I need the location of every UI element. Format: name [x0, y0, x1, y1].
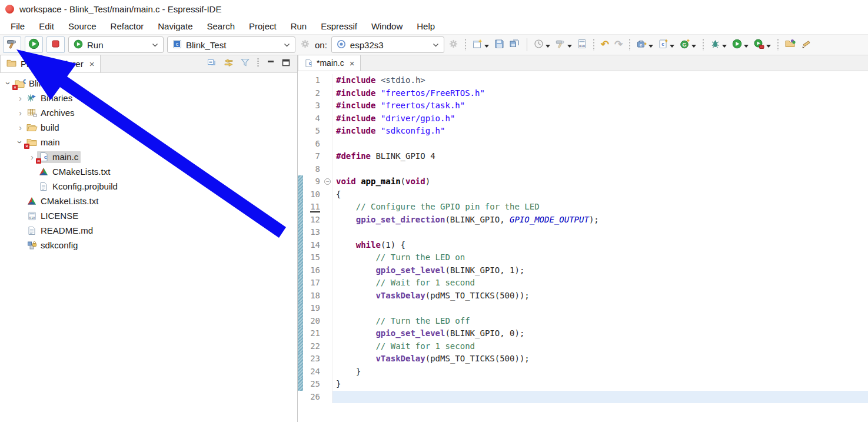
fold-collapse-icon[interactable]: −: [324, 178, 331, 185]
dropdown-arrow-icon[interactable]: [567, 39, 572, 50]
new-source-file-button[interactable]: c: [658, 37, 675, 52]
binary-file-button[interactable]: 010: [577, 37, 587, 52]
line-number: 3: [303, 99, 323, 112]
tree-item-label: Blink_Test: [29, 78, 69, 88]
link-with-editor-button[interactable]: [224, 58, 234, 69]
open-element-icon: [785, 39, 796, 51]
code-line: 25}: [298, 378, 868, 391]
collapse-all-button[interactable]: [207, 58, 217, 69]
tree-item-label: Archives: [41, 108, 75, 118]
change-indicator-bar: [298, 201, 303, 214]
line-number: 19: [303, 302, 323, 315]
fold-column: [323, 138, 332, 151]
tab-main-c[interactable]: c *main.c ×: [298, 55, 361, 71]
maximize-icon: [282, 58, 290, 69]
code-text: // Configure the GPIO pin for the LED: [332, 201, 868, 214]
tab-project-explorer[interactable]: Project Explorer ×: [0, 55, 101, 72]
code-text: // Turn the LED off: [332, 315, 868, 328]
save-button[interactable]: [494, 37, 505, 52]
debug-button[interactable]: [710, 37, 727, 52]
open-element-button[interactable]: [784, 37, 796, 52]
menu-file[interactable]: File: [4, 19, 32, 33]
dropdown-arrow-icon[interactable]: [648, 39, 653, 50]
view-menu-button[interactable]: [257, 58, 260, 69]
toolbar-separator: [593, 38, 595, 51]
dropdown-arrow-icon[interactable]: [670, 39, 674, 50]
menu-source[interactable]: Source: [61, 19, 104, 33]
menu-refactor[interactable]: Refactor: [104, 19, 151, 33]
menu-search[interactable]: Search: [199, 19, 242, 33]
build-hammer-button[interactable]: [555, 37, 573, 52]
svg-text:c: c: [661, 41, 664, 47]
dropdown-arrow-icon[interactable]: [722, 39, 727, 50]
c-project-icon: c: [172, 39, 182, 51]
menu-edit[interactable]: Edit: [32, 19, 61, 33]
tree-item-binaries[interactable]: ›Binaries: [0, 91, 297, 105]
menu-window[interactable]: Window: [364, 19, 410, 33]
close-icon[interactable]: ×: [89, 59, 95, 69]
code-text: while(1) {: [332, 239, 868, 252]
launch-config-settings-button[interactable]: [299, 39, 311, 51]
dropdown-arrow-icon[interactable]: [546, 39, 550, 50]
toolbar-separator: [464, 38, 467, 51]
code-text: #include "freertos/task.h": [332, 99, 868, 112]
fold-column: [323, 302, 332, 315]
tree-item-cmakelists-txt[interactable]: CMakeLists.txt: [0, 194, 297, 208]
code-text: }: [332, 378, 868, 391]
launch-mode-combo[interactable]: Run: [68, 36, 164, 53]
menu-run[interactable]: Run: [284, 19, 314, 33]
tree-item-readme-md[interactable]: README.md: [0, 223, 297, 238]
profile-button[interactable]: [753, 37, 771, 52]
tree-expander-icon[interactable]: ›: [15, 122, 25, 132]
launch-target-combo[interactable]: esp32s3: [331, 36, 444, 53]
run-button[interactable]: [731, 37, 749, 52]
last-edit-location-button[interactable]: [800, 37, 812, 52]
undo-button[interactable]: ↶: [600, 37, 610, 52]
close-icon[interactable]: ×: [350, 58, 355, 68]
dropdown-arrow-icon[interactable]: [744, 39, 749, 50]
new-c-project-button[interactable]: c: [636, 37, 654, 52]
target-settings-button[interactable]: [448, 39, 460, 51]
code-editor[interactable]: 1#include <stdio.h>2#include "freertos/F…: [298, 71, 868, 422]
tree-item-license[interactable]: 010LICENSE: [0, 208, 297, 223]
menu-project[interactable]: Project: [242, 19, 284, 33]
stop-button[interactable]: [46, 36, 65, 53]
line-number: 10: [303, 188, 323, 201]
menu-help[interactable]: Help: [410, 19, 442, 33]
launch-config-combo[interactable]: c Blink_Test: [167, 36, 295, 53]
tree-expander-icon[interactable]: ›: [15, 108, 25, 118]
tree-item-kconfig-projbuild[interactable]: Kconfig.projbuild: [0, 179, 297, 194]
dropdown-arrow-icon[interactable]: [691, 39, 696, 50]
gear-icon: [449, 39, 458, 51]
tree-item-cmakelists-txt[interactable]: CMakeLists.txt: [0, 164, 297, 179]
redo-button[interactable]: ↷: [614, 37, 623, 52]
minimize-button[interactable]: [267, 58, 275, 69]
menu-espressif[interactable]: Espressif: [314, 19, 364, 33]
tree-item-main-c[interactable]: ›c×main.c: [0, 149, 297, 164]
maximize-button[interactable]: [282, 58, 290, 69]
code-line: 11 // Configure the GPIO pin for the LED: [298, 201, 868, 214]
new-class-button[interactable]: G: [679, 37, 697, 52]
tree-item-blink-test[interactable]: ›C×Blink_Test: [0, 76, 297, 91]
new-wizard-button[interactable]: [472, 37, 490, 52]
save-all-button[interactable]: [509, 37, 521, 52]
tree-item-archives[interactable]: ›Archives: [0, 105, 297, 120]
filter-button[interactable]: [241, 58, 250, 69]
fold-column: [323, 264, 332, 277]
dropdown-arrow-icon[interactable]: [484, 39, 489, 50]
toolbar-separator: [527, 38, 527, 51]
tree-item-content: CMakeLists.txt: [25, 195, 101, 207]
main-toolbar: Run c Blink_Test on: esp32s3 010↶↷ccG: [0, 34, 868, 55]
dropdown-arrow-icon[interactable]: [766, 39, 771, 50]
build-hammer-button[interactable]: [3, 36, 21, 53]
code-line: 10{: [298, 188, 868, 201]
code-text: #include "sdkconfig.h": [332, 125, 868, 138]
tree-item-main[interactable]: ›×main: [0, 135, 297, 149]
clock-button[interactable]: [533, 37, 551, 52]
tree-item-build[interactable]: ›build: [0, 120, 297, 135]
binary-doc-icon: 010: [26, 211, 38, 221]
run-button[interactable]: [25, 36, 43, 53]
tree-item-sdkconfig[interactable]: sdkconfig: [0, 238, 297, 252]
menu-navigate[interactable]: Navigate: [151, 19, 199, 33]
tree-expander-icon[interactable]: ›: [15, 93, 25, 103]
